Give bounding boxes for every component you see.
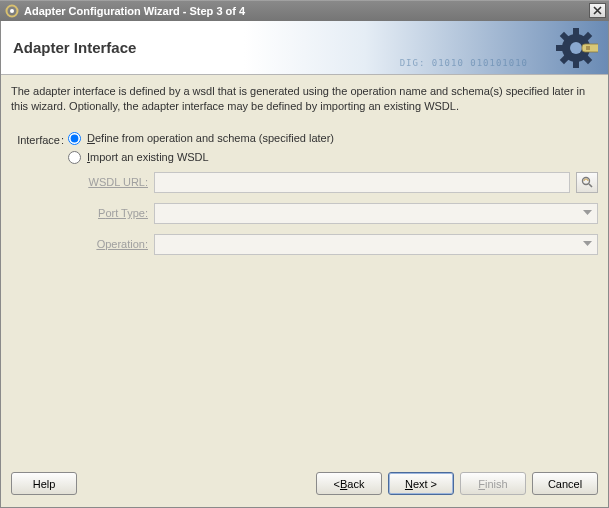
radio-import[interactable]: Import an existing WSDL [68,151,598,164]
svg-line-15 [589,184,592,187]
svg-rect-4 [573,60,579,68]
svg-rect-3 [573,28,579,36]
content-area: The adapter interface is defined by a ws… [1,75,608,466]
button-bar: Help < Back Next > Finish Cancel [1,466,608,507]
app-icon [5,4,19,18]
fields-group: WSDL URL: Port Type: [68,172,598,255]
radio-define[interactable]: Define from operation and schema (specif… [68,132,598,145]
svg-point-1 [10,9,14,13]
form-right: Define from operation and schema (specif… [68,132,598,265]
close-button[interactable] [589,3,606,18]
chevron-down-icon [580,237,595,252]
browse-wsdl-button[interactable] [576,172,598,193]
form-area: Interface Define from operation and sche… [11,132,598,265]
next-button[interactable]: Next > [388,472,454,495]
titlebar: Adapter Configuration Wizard - Step 3 of… [0,0,609,21]
back-button[interactable]: < Back [316,472,382,495]
svg-rect-5 [556,45,564,51]
radio-define-label: Define from operation and schema (specif… [87,132,334,144]
window-body: Adapter Interface DIG: 01010 010101010 [0,21,609,508]
finish-button: Finish [460,472,526,495]
chevron-down-icon [580,206,595,221]
radio-define-input[interactable] [68,132,81,145]
page-title: Adapter Interface [13,39,136,56]
gear-icon [554,26,598,70]
banner-deco-text: DIG: 01010 010101010 [400,58,528,68]
radio-import-label: Import an existing WSDL [87,151,209,163]
content-spacer [11,265,598,460]
cancel-button[interactable]: Cancel [532,472,598,495]
operation-combo[interactable] [154,234,598,255]
description-text: The adapter interface is defined by a ws… [11,84,598,114]
wsdl-url-row: WSDL URL: [86,172,598,193]
svg-point-11 [570,42,582,54]
port-type-row: Port Type: [86,203,598,224]
port-type-combo[interactable] [154,203,598,224]
port-type-label: Port Type: [86,207,148,219]
wsdl-url-label: WSDL URL: [86,176,148,188]
window-title: Adapter Configuration Wizard - Step 3 of… [24,5,589,17]
operation-label: Operation: [86,238,148,250]
wsdl-url-input[interactable] [154,172,570,193]
help-button[interactable]: Help [11,472,77,495]
radio-import-input[interactable] [68,151,81,164]
header-banner: Adapter Interface DIG: 01010 010101010 [1,21,608,75]
operation-row: Operation: [86,234,598,255]
svg-rect-13 [586,46,590,50]
interface-label: Interface [11,132,64,265]
